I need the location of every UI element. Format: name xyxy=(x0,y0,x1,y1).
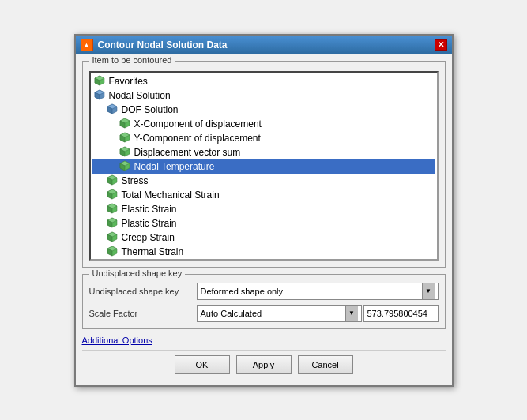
list-item-displacement-sum[interactable]: Displacement vector sum xyxy=(92,145,435,159)
list-item-icon-thermal-strain xyxy=(107,246,119,258)
undisplaced-key-control: Deformed shape only ▼ xyxy=(197,283,439,300)
list-item-icon-plastic-strain xyxy=(107,217,119,230)
list-item-label-creep-strain: Creep Strain xyxy=(122,232,175,243)
undisplaced-key-value: Deformed shape only xyxy=(201,287,422,296)
list-item-total-mech-thermal-strain[interactable]: Total Mechanical and Thermal Strain xyxy=(92,259,435,261)
main-window: ▲ Contour Nodal Solution Data ✕ Item to … xyxy=(74,34,454,387)
ok-button[interactable]: OK xyxy=(175,355,230,374)
item-list-box[interactable]: Favorites Nodal Solution DOF Solution X-… xyxy=(89,71,439,261)
list-item-label-y-component: Y-Component of displacement xyxy=(134,133,261,144)
list-item-label-favorites: Favorites xyxy=(109,76,148,87)
list-item-label-total-mechanical-strain: Total Mechanical Strain xyxy=(122,189,220,201)
list-item-icon-dof-solution xyxy=(107,103,119,116)
list-box-wrapper: Favorites Nodal Solution DOF Solution X-… xyxy=(89,71,439,261)
list-item-icon-elastic-strain xyxy=(107,203,119,216)
list-item-label-displacement-sum: Displacement vector sum xyxy=(134,147,241,158)
list-item-label-plastic-strain: Plastic Strain xyxy=(122,218,177,229)
list-item-plastic-strain[interactable]: Plastic Strain xyxy=(92,216,435,231)
list-item-elastic-strain[interactable]: Elastic Strain xyxy=(92,202,435,216)
list-item-nodal-solution[interactable]: Nodal Solution xyxy=(92,88,435,103)
list-item-creep-strain[interactable]: Creep Strain xyxy=(92,231,435,245)
list-item-icon-total-mech-thermal-strain xyxy=(107,260,119,261)
list-item-icon-displacement-sum xyxy=(119,146,132,159)
list-item-icon-nodal-solution xyxy=(94,89,107,102)
scale-factor-label: Scale Factor xyxy=(89,309,192,318)
list-item-icon-creep-strain xyxy=(107,231,119,244)
list-item-thermal-strain[interactable]: Thermal Strain xyxy=(92,245,435,259)
list-item-icon-favorites xyxy=(94,75,107,88)
item-to-contour-label: Item to be contoured xyxy=(89,55,175,65)
list-item-x-component[interactable]: X-Component of displacement xyxy=(92,117,435,131)
cancel-button[interactable]: Cancel xyxy=(298,355,353,374)
undisplaced-key-label: Undisplaced shape key xyxy=(89,287,192,296)
title-bar: ▲ Contour Nodal Solution Data ✕ xyxy=(76,36,452,54)
list-content: Favorites Nodal Solution DOF Solution X-… xyxy=(91,73,437,261)
undisplaced-key-row: Undisplaced shape key Deformed shape onl… xyxy=(89,283,439,300)
list-item-label-nodal-solution: Nodal Solution xyxy=(109,90,171,101)
list-item-icon-nodal-temperature xyxy=(119,160,132,173)
list-item-nodal-temperature[interactable]: Nodal Temperature xyxy=(92,159,435,174)
list-item-label-stress: Stress xyxy=(122,175,149,186)
list-item-y-component[interactable]: Y-Component of displacement xyxy=(92,131,435,145)
item-to-contour-group: Item to be contoured Favorites Nodal Sol… xyxy=(82,61,446,268)
scale-factor-arrow[interactable]: ▼ xyxy=(345,306,358,321)
list-item-dof-solution[interactable]: DOF Solution xyxy=(92,103,435,117)
window-body: Item to be contoured Favorites Nodal Sol… xyxy=(76,54,452,385)
scale-factor-row: Scale Factor Auto Calculated ▼ xyxy=(89,305,439,322)
undisplaced-group: Undisplaced shape key Undisplaced shape … xyxy=(82,274,446,329)
undisplaced-label: Undisplaced shape key xyxy=(89,268,186,278)
scale-factor-dropdown[interactable]: Auto Calculated ▼ xyxy=(197,305,362,322)
app-icon: ▲ xyxy=(81,39,93,51)
scale-factor-dropdown-value: Auto Calculated xyxy=(201,309,345,318)
list-item-stress[interactable]: Stress xyxy=(92,174,435,188)
apply-button[interactable]: Apply xyxy=(236,355,292,374)
list-item-label-elastic-strain: Elastic Strain xyxy=(122,204,177,215)
button-row: OK Apply Cancel xyxy=(82,350,446,379)
list-item-favorites[interactable]: Favorites xyxy=(92,74,435,88)
undisplaced-key-dropdown[interactable]: Deformed shape only ▼ xyxy=(197,283,439,300)
list-item-icon-stress xyxy=(107,174,119,187)
list-item-label-thermal-strain: Thermal Strain xyxy=(122,246,184,257)
scale-factor-input[interactable] xyxy=(363,305,439,322)
close-button[interactable]: ✕ xyxy=(435,39,447,51)
list-item-label-x-component: X-Component of displacement xyxy=(134,118,262,129)
list-item-icon-total-mechanical-strain xyxy=(107,189,119,201)
list-item-label-nodal-temperature: Nodal Temperature xyxy=(134,161,215,172)
scale-factor-control: Auto Calculated ▼ xyxy=(197,305,439,322)
list-item-label-dof-solution: DOF Solution xyxy=(122,104,179,115)
additional-options-link[interactable]: Additional Options xyxy=(82,336,446,345)
window-title: Contour Nodal Solution Data xyxy=(98,39,228,51)
list-item-icon-y-component xyxy=(119,132,132,144)
title-bar-left: ▲ Contour Nodal Solution Data xyxy=(81,39,228,51)
list-item-total-mechanical-strain[interactable]: Total Mechanical Strain xyxy=(92,188,435,202)
list-item-icon-x-component xyxy=(119,118,132,130)
undisplaced-key-arrow[interactable]: ▼ xyxy=(422,283,435,299)
